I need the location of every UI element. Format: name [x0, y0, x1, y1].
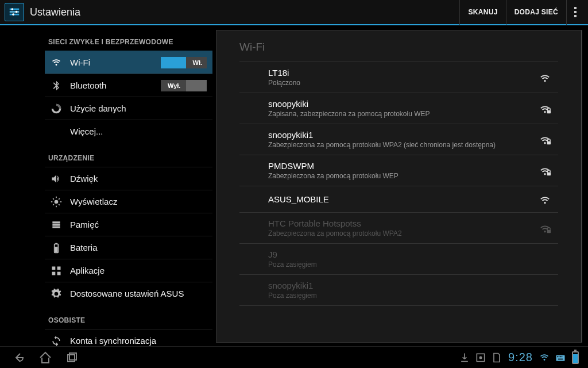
screenshot-icon [473, 347, 489, 369]
network-name: snoopykiki1 [268, 130, 529, 140]
sync-icon [51, 335, 62, 347]
svg-rect-16 [52, 224, 60, 225]
wifi-signal-icon [539, 222, 551, 235]
add-network-button[interactable]: DODAJ SIEĆ [506, 0, 566, 25]
page-title: Ustawienia [30, 6, 80, 18]
svg-rect-24 [57, 271, 61, 275]
svg-rect-1 [10, 11, 20, 13]
section-header-wireless: SIECI ZWYKŁE I BEZPRZEWODOWE [45, 26, 212, 51]
blank-icon [51, 126, 62, 137]
wifi-icon [51, 57, 62, 68]
detail-pane: Wi-Fi LT18iPołączonosnoopykikiZapisana, … [216, 30, 582, 343]
svg-line-12 [59, 204, 60, 205]
overflow-menu-button[interactable] [566, 0, 583, 25]
sidebar-item-label: Więcej... [70, 126, 207, 136]
detail-title: Wi-Fi [239, 30, 558, 62]
sdcard-icon [489, 347, 505, 369]
apps-icon [51, 265, 62, 277]
settings-sidebar: SIECI ZWYKŁE I BEZPRZEWODOWE Wi-Fi Wł. B… [0, 26, 212, 346]
storage-icon [51, 219, 62, 231]
sidebar-item-label: Bluetooth [70, 80, 153, 90]
network-name: J9 [268, 250, 529, 259]
svg-rect-15 [52, 221, 60, 223]
network-subtitle: Poza zasięgiem [268, 292, 529, 300]
sound-icon [51, 173, 62, 185]
battery-status-icon [572, 351, 579, 364]
wifi-signal-icon [539, 71, 551, 84]
network-item[interactable]: ASUS_MOBILE [239, 186, 558, 212]
sidebar-item-battery[interactable]: Bateria [45, 236, 212, 259]
sidebar-item-label: Aplikacje [70, 266, 207, 275]
svg-rect-31 [68, 355, 75, 362]
sidebar-item-data-usage[interactable]: Użycie danych [45, 97, 212, 120]
network-item[interactable]: HTC Portable HotspotssZabezpieczona za p… [239, 212, 558, 243]
sidebar-item-label: Pamięć [70, 220, 207, 229]
svg-rect-35 [556, 355, 565, 361]
network-subtitle: Zabezpieczona za pomocą protokołu WPA2 [268, 229, 529, 237]
sidebar-item-label: Dostosowane ustawień ASUS [70, 289, 207, 298]
display-icon [51, 196, 62, 208]
network-name: snoopykiki [268, 99, 529, 109]
sidebar-item-accounts[interactable]: Konta i synchronizacja [45, 329, 212, 346]
wifi-signal-icon [539, 193, 551, 206]
overflow-icon [574, 7, 577, 17]
network-subtitle: Zabezpieczona za pomocą protokołu WPA2 (… [268, 141, 529, 149]
sidebar-item-apps[interactable]: Aplikacje [45, 259, 212, 282]
sidebar-item-label: Konta i synchronizacja [70, 336, 207, 346]
network-item[interactable]: snoopykiki1Poza zasięgiem [239, 274, 558, 306]
network-item[interactable]: J9Poza zasięgiem [239, 243, 558, 274]
wifi-signal-icon [539, 133, 551, 146]
bluetooth-toggle[interactable]: Wył. [161, 80, 207, 91]
clock: 9:28 [508, 351, 533, 364]
svg-rect-28 [547, 141, 551, 144]
sidebar-item-asus[interactable]: Dostosowane ustawień ASUS [45, 282, 212, 305]
bluetooth-icon [51, 80, 62, 91]
sidebar-item-sound[interactable]: Dźwięk [45, 167, 212, 190]
recent-apps-button[interactable] [59, 347, 85, 369]
network-name: LT18i [268, 68, 529, 78]
svg-rect-0 [10, 9, 20, 10]
svg-rect-36 [557, 356, 558, 357]
keyboard-status-icon [552, 347, 568, 369]
wifi-status-icon [536, 347, 552, 369]
svg-line-11 [53, 198, 54, 200]
svg-line-13 [53, 204, 54, 205]
network-item[interactable]: LT18iPołączono [239, 62, 558, 93]
network-subtitle: Poza zasięgiem [268, 260, 529, 269]
sidebar-item-display[interactable]: Wyświetlacz [45, 190, 212, 213]
svg-point-34 [479, 356, 482, 359]
svg-rect-30 [547, 229, 551, 233]
data-usage-icon [51, 103, 62, 114]
network-name: ASUS_MOBILE [268, 194, 529, 204]
back-button[interactable] [6, 347, 32, 369]
network-subtitle: Zabezpieczona za pomocą protokołu WEP [268, 172, 529, 180]
svg-rect-37 [559, 356, 560, 357]
svg-rect-38 [560, 356, 561, 357]
network-item[interactable]: snoopykikiZapisana, zabezpieczona za pom… [239, 93, 558, 124]
gear-icon [51, 288, 62, 300]
sidebar-item-wifi[interactable]: Wi-Fi Wł. [45, 51, 212, 74]
home-button[interactable] [32, 347, 59, 369]
network-name: PMDSWPM [268, 161, 529, 171]
sidebar-item-more[interactable]: Więcej... [45, 120, 212, 143]
svg-rect-21 [52, 266, 56, 270]
scan-button[interactable]: SKANUJ [459, 0, 505, 25]
network-item[interactable]: PMDSWPMZabezpieczona za pomocą protokołu… [239, 155, 558, 186]
svg-rect-40 [558, 358, 563, 359]
sidebar-item-label: Wi-Fi [70, 57, 153, 67]
action-bar: Ustawienia SKANUJ DODAJ SIEĆ [0, 0, 588, 25]
sidebar-item-storage[interactable]: Pamięć [45, 213, 212, 236]
svg-point-6 [55, 200, 59, 204]
wifi-signal-icon [539, 102, 551, 115]
sidebar-item-bluetooth[interactable]: Bluetooth Wył. [45, 74, 212, 97]
network-name: snoopykiki1 [268, 281, 529, 290]
svg-rect-22 [57, 266, 61, 270]
network-item[interactable]: snoopykiki1Zabezpieczona za pomocą proto… [239, 124, 558, 155]
svg-rect-29 [547, 172, 551, 175]
svg-rect-17 [52, 226, 60, 228]
wifi-toggle[interactable]: Wł. [161, 57, 207, 68]
network-name: HTC Portable Hotspotss [268, 218, 529, 228]
battery-icon [51, 242, 62, 254]
sidebar-item-label: Wyświetlacz [70, 197, 207, 206]
download-icon [457, 347, 473, 369]
